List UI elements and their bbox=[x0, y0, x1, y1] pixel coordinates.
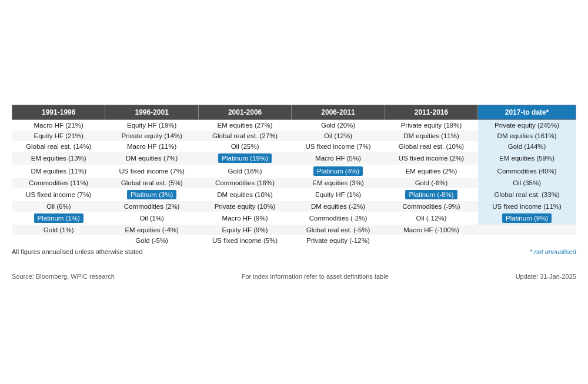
cell-8-4: Oil (-12%) bbox=[385, 212, 477, 225]
cell-8-2: Macro HF (9%) bbox=[198, 212, 291, 225]
cell-7-3: DM equities (-2%) bbox=[292, 201, 385, 212]
cell-4-1: US fixed income (7%) bbox=[105, 165, 198, 178]
cell-5-0: Commodities (11%) bbox=[12, 178, 105, 188]
table-row: Equity HF (21%)Private equity (14%)Globa… bbox=[12, 131, 576, 141]
cell-3-4: US fixed income (2%) bbox=[385, 152, 477, 165]
table-row: Commodities (11%)Global real est. (5%)Co… bbox=[12, 178, 576, 188]
cell-0-5: Private equity (245%) bbox=[478, 119, 576, 131]
cell-6-1: Platinum (3%) bbox=[105, 188, 198, 201]
cell-9-3: Global real est. (-5%) bbox=[292, 225, 385, 235]
cell-1-4: DM equities (11%) bbox=[385, 131, 477, 141]
cell-5-2: Commodities (16%) bbox=[198, 178, 291, 188]
cell-5-3: EM equities (3%) bbox=[292, 178, 385, 188]
cell-9-0: Gold (1%) bbox=[12, 225, 105, 235]
cell-1-2: Global real est. (27%) bbox=[198, 131, 291, 141]
table-header-row: 1991-19961996-20012001-20062006-20112011… bbox=[12, 105, 576, 119]
table-row: Gold (-5%)US fixed income (5%)Private eq… bbox=[12, 235, 576, 246]
cell-0-1: Equity HF (19%) bbox=[105, 119, 198, 131]
cell-7-5: US fixed income (11%) bbox=[478, 201, 576, 212]
cell-5-4: Gold (-6%) bbox=[385, 178, 477, 188]
cell-3-2: Platinum (19%) bbox=[198, 152, 291, 165]
cell-10-4 bbox=[385, 235, 477, 246]
cell-3-5: EM equities (59%) bbox=[478, 152, 576, 165]
update-text: Update: 31-Jan-2025 bbox=[516, 273, 576, 280]
platinum-highlight-cell: Platinum (4%) bbox=[313, 166, 363, 176]
cell-6-2: DM equities (10%) bbox=[198, 188, 291, 201]
platinum-highlight-cell: Platinum (19%) bbox=[218, 153, 272, 163]
footnote-text: All figures annualised unless otherwise … bbox=[12, 248, 143, 255]
cell-8-3: Commodities (-2%) bbox=[292, 212, 385, 225]
table-row: Global real est. (14%)Macro HF (11%)Oil … bbox=[12, 141, 576, 152]
cell-9-2: Equity HF (9%) bbox=[198, 225, 291, 235]
source-row: Source: Bloomberg, WPIC research For ind… bbox=[12, 273, 576, 280]
cell-9-5 bbox=[478, 225, 576, 235]
cell-0-2: EM equities (27%) bbox=[198, 119, 291, 131]
cell-1-5: DM equities (161%) bbox=[478, 131, 576, 141]
cell-10-2: US fixed income (5%) bbox=[198, 235, 291, 246]
header-col-3: 2006-2011 bbox=[292, 105, 385, 119]
table-row: Macro HF (21%)Equity HF (19%)EM equities… bbox=[12, 119, 576, 131]
header-col-5: 2017-to date* bbox=[478, 105, 576, 119]
cell-10-1: Gold (-5%) bbox=[105, 235, 198, 246]
platinum-highlight-cell: Platinum (-8%) bbox=[405, 190, 457, 199]
cell-5-5: Oil (35%) bbox=[478, 178, 576, 188]
table-row: US fixed income (7%)Platinum (3%)DM equi… bbox=[12, 188, 576, 201]
cell-2-1: Macro HF (11%) bbox=[105, 141, 198, 152]
header-col-4: 2011-2016 bbox=[385, 105, 477, 119]
cell-10-5 bbox=[478, 235, 576, 246]
index-info-text: For index information refer to asset def… bbox=[242, 273, 389, 280]
source-text: Source: Bloomberg, WPIC research bbox=[12, 273, 115, 280]
cell-4-0: DM equities (11%) bbox=[12, 165, 105, 178]
cell-4-2: Gold (18%) bbox=[198, 165, 291, 178]
cell-10-3: Private equity (-12%) bbox=[292, 235, 385, 246]
cell-3-3: Macro HF (5%) bbox=[292, 152, 385, 165]
cell-8-1: Oil (1%) bbox=[105, 212, 198, 225]
cell-4-4: EM equities (2%) bbox=[385, 165, 477, 178]
platinum-highlight-cell: Platinum (3%) bbox=[127, 190, 176, 199]
table-body: Macro HF (21%)Equity HF (19%)EM equities… bbox=[12, 119, 576, 246]
cell-1-3: Oil (12%) bbox=[292, 131, 385, 141]
cell-5-1: Global real est. (5%) bbox=[105, 178, 198, 188]
cell-1-1: Private equity (14%) bbox=[105, 131, 198, 141]
cell-6-3: Equity HF (1%) bbox=[292, 188, 385, 201]
cell-0-0: Macro HF (21%) bbox=[12, 119, 105, 131]
cell-4-3: Platinum (4%) bbox=[292, 165, 385, 178]
cell-3-1: DM equities (7%) bbox=[105, 152, 198, 165]
table-row: EM equities (13%)DM equities (7%)Platinu… bbox=[12, 152, 576, 165]
cell-2-5: Gold (144%) bbox=[478, 141, 576, 152]
cell-2-3: US fixed income (7%) bbox=[292, 141, 385, 152]
cell-2-0: Global real est. (14%) bbox=[12, 141, 105, 152]
cell-8-0: Platinum (1%) bbox=[12, 212, 105, 225]
header-col-0: 1991-1996 bbox=[12, 105, 105, 119]
platinum-highlight-cell: Platinum (9%) bbox=[502, 213, 552, 223]
cell-7-2: Private equity (10%) bbox=[198, 201, 291, 212]
table-row: Gold (1%)EM equities (-4%)Equity HF (9%)… bbox=[12, 225, 576, 235]
header-col-2: 2001-2006 bbox=[198, 105, 291, 119]
cell-0-4: Private equity (19%) bbox=[385, 119, 477, 131]
cell-0-3: Gold (20%) bbox=[292, 119, 385, 131]
cell-9-4: Macro HF (-100%) bbox=[385, 225, 477, 235]
platinum-highlight-cell: Platinum (1%) bbox=[34, 213, 83, 223]
cell-7-4: Commodities (-9%) bbox=[385, 201, 477, 212]
cell-6-0: US fixed income (7%) bbox=[12, 188, 105, 201]
cell-8-5: Platinum (9%) bbox=[478, 212, 576, 225]
header-col-1: 1996-2001 bbox=[105, 105, 198, 119]
not-annualised-text: * not annualised bbox=[530, 248, 576, 255]
cell-2-2: Oil (25%) bbox=[198, 141, 291, 152]
cell-2-4: Global real est. (10%) bbox=[385, 141, 477, 152]
cell-9-1: EM equities (-4%) bbox=[105, 225, 198, 235]
cell-1-0: Equity HF (21%) bbox=[12, 131, 105, 141]
cell-10-0 bbox=[12, 235, 105, 246]
cell-3-0: EM equities (13%) bbox=[12, 152, 105, 165]
returns-table: 1991-19961996-20012001-20062006-20112011… bbox=[12, 105, 576, 246]
table-row: Oil (6%)Commodities (2%)Private equity (… bbox=[12, 201, 576, 212]
table-row: Platinum (1%)Oil (1%)Macro HF (9%)Commod… bbox=[12, 212, 576, 225]
cell-6-5: Global real est. (33%) bbox=[478, 188, 576, 201]
cell-4-5: Commodities (40%) bbox=[478, 165, 576, 178]
cell-6-4: Platinum (-8%) bbox=[385, 188, 477, 201]
cell-7-1: Commodities (2%) bbox=[105, 201, 198, 212]
table-row: DM equities (11%)US fixed income (7%)Gol… bbox=[12, 165, 576, 178]
footnote-row: All figures annualised unless otherwise … bbox=[12, 248, 576, 255]
main-container: 1991-19961996-20012001-20062006-20112011… bbox=[12, 105, 576, 280]
cell-7-0: Oil (6%) bbox=[12, 201, 105, 212]
